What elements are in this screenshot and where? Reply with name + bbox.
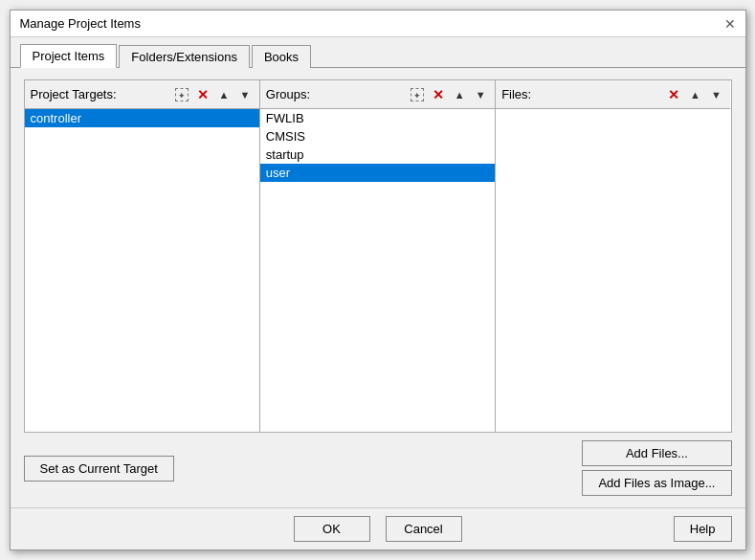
files-down-button[interactable]: ▼	[707, 86, 724, 103]
panel-files: Files: ✕ ▲ ▼	[496, 80, 730, 432]
list-item[interactable]: controller	[25, 109, 259, 127]
manage-project-items-dialog: Manage Project Items ✕ Project Items Fol…	[10, 10, 746, 550]
panel-groups-header: Groups: ✦ ✕ ▲ ▼	[260, 80, 495, 109]
list-item[interactable]: user	[260, 164, 495, 182]
targets-delete-button[interactable]: ✕	[194, 86, 211, 103]
add-files-button[interactable]: Add Files...	[582, 440, 731, 466]
footer: OK Cancel Help	[11, 507, 745, 549]
add-files-as-image-button[interactable]: Add Files as Image...	[582, 470, 731, 496]
list-item[interactable]: startup	[260, 146, 495, 164]
down-arrow-icon: ▼	[476, 89, 486, 101]
files-list	[496, 109, 730, 432]
up-arrow-icon: ▲	[218, 89, 229, 101]
delete-icon: ✕	[668, 87, 679, 102]
tab-folders-extensions[interactable]: Folders/Extensions	[119, 45, 250, 68]
delete-icon: ✕	[433, 87, 444, 102]
groups-add-icon: ✦	[411, 88, 424, 101]
list-item[interactable]: CMSIS	[260, 127, 495, 146]
bottom-row: Set as Current Target Add Files... Add F…	[24, 440, 732, 496]
bottom-left: Set as Current Target	[24, 456, 174, 482]
groups-label: Groups:	[266, 87, 405, 101]
close-button[interactable]: ✕	[724, 17, 736, 31]
ok-button[interactable]: OK	[294, 516, 370, 542]
up-arrow-icon: ▲	[455, 89, 465, 101]
down-arrow-icon: ▼	[239, 89, 250, 101]
groups-up-button[interactable]: ▲	[451, 86, 468, 103]
targets-add-button[interactable]: ✦	[173, 86, 190, 103]
help-button[interactable]: Help	[674, 516, 732, 542]
targets-down-button[interactable]: ▼	[236, 86, 254, 103]
files-delete-button[interactable]: ✕	[665, 86, 682, 103]
panels-container: Project Targets: ✦ ✕ ▲ ▼	[24, 79, 732, 433]
down-arrow-icon: ▼	[711, 89, 722, 101]
panel-groups: Groups: ✦ ✕ ▲ ▼ FWLIB	[260, 80, 496, 432]
content-area: Project Targets: ✦ ✕ ▲ ▼	[11, 68, 745, 507]
panel-project-targets: Project Targets: ✦ ✕ ▲ ▼	[25, 80, 260, 432]
groups-add-button[interactable]: ✦	[409, 86, 426, 103]
set-current-target-button[interactable]: Set as Current Target	[24, 456, 174, 482]
dialog-title: Manage Project Items	[20, 16, 141, 31]
targets-label: Project Targets:	[31, 87, 169, 101]
list-item[interactable]: FWLIB	[260, 109, 495, 127]
title-bar: Manage Project Items ✕	[11, 11, 745, 37]
delete-icon: ✕	[197, 87, 209, 102]
groups-down-button[interactable]: ▼	[472, 86, 489, 103]
tab-project-items[interactable]: Project Items	[20, 44, 118, 68]
targets-add-icon: ✦	[175, 88, 189, 101]
panel-files-header: Files: ✕ ▲ ▼	[496, 80, 730, 109]
groups-delete-button[interactable]: ✕	[430, 86, 447, 103]
cancel-button[interactable]: Cancel	[386, 516, 462, 542]
targets-up-button[interactable]: ▲	[215, 86, 233, 103]
panel-targets-header: Project Targets: ✦ ✕ ▲ ▼	[25, 80, 259, 109]
tab-bar: Project Items Folders/Extensions Books	[11, 37, 745, 68]
groups-list: FWLIB CMSIS startup user	[260, 109, 495, 432]
bottom-right: Add Files... Add Files as Image...	[582, 440, 731, 496]
targets-list: controller	[25, 109, 259, 432]
files-up-button[interactable]: ▲	[686, 86, 703, 103]
up-arrow-icon: ▲	[690, 89, 700, 101]
tab-books[interactable]: Books	[252, 45, 311, 68]
files-label: Files:	[501, 87, 661, 101]
